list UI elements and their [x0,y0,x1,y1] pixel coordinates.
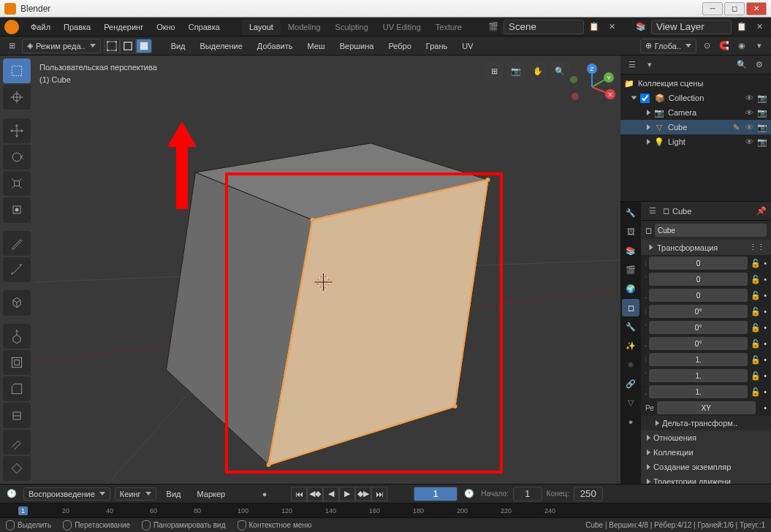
viewport-camera-icon[interactable]: 📷 [506,61,525,80]
scene-browse-icon[interactable]: 🎬 [486,20,501,34]
lock-icon[interactable]: 🔓 [751,307,761,316]
tool-knife[interactable] [3,430,31,455]
maximize-button[interactable]: ◻ [724,2,745,15]
scale-x-input[interactable] [649,353,748,366]
tab-layout[interactable]: Layout [242,19,281,35]
menu-file[interactable]: Файл [25,20,56,34]
tool-polybuild[interactable] [3,456,31,481]
tab-physics[interactable]: ⚛ [622,356,639,373]
location-z-input[interactable] [649,289,748,302]
tab-render[interactable]: 🔧 [622,204,639,221]
panel-relations[interactable]: Отношения [641,430,771,445]
rotation-z-input[interactable] [649,337,748,350]
blender-icon[interactable] [4,20,19,34]
autokey-icon[interactable]: ● [257,487,272,501]
tab-modeling[interactable]: Modeling [281,19,328,35]
mode-dropdown[interactable]: ◈ Режим реда.. [22,39,101,53]
tree-scene-collection[interactable]: 📁 Коллекция сцены [620,76,771,91]
menu-edit[interactable]: Правка [58,20,96,34]
viewport-pan-icon[interactable]: ✋ [528,61,547,80]
menu-uv[interactable]: UV [456,39,479,53]
menu-render[interactable]: Рендеринг [98,20,149,34]
navigation-gizmo[interactable]: X Y Z [566,61,618,113]
close-button[interactable]: ✕ [746,2,767,15]
tool-add-cube[interactable] [3,290,31,315]
hide-icon[interactable]: 👁 [743,107,755,118]
tab-texture[interactable]: Texture [428,19,469,35]
viewport-zoom-icon[interactable]: 🔍 [550,61,569,80]
timeline-view-menu[interactable]: Вид [161,487,187,501]
tool-measure[interactable] [3,257,31,282]
lock-icon[interactable]: 🔓 [751,339,761,349]
tab-sculpting[interactable]: Sculpting [328,19,376,35]
scene-new-icon[interactable]: 📋 [587,20,601,34]
tool-loopcut[interactable] [3,403,31,428]
tool-move[interactable] [3,118,31,143]
lock-icon[interactable]: 🔓 [751,355,761,365]
tab-particles[interactable]: ✨ [622,337,639,354]
tab-data[interactable]: ▽ [622,394,639,411]
disable-icon[interactable]: 📷 [756,107,768,118]
menu-face[interactable]: Грань [420,39,453,53]
hide-icon[interactable]: 👁 [743,121,755,133]
rotation-mode-input[interactable] [657,401,756,414]
pivot-icon[interactable]: ⊙ [699,39,714,53]
menu-help[interactable]: Справка [183,20,226,34]
lock-icon[interactable]: 🔓 [751,275,761,284]
lock-icon[interactable]: 🔓 [751,387,761,397]
panel-delta[interactable]: Дельта-трансформ.. [641,416,771,430]
menu-add[interactable]: Добавить [251,39,299,53]
lock-icon[interactable]: 🔓 [751,291,761,300]
lock-icon[interactable]: 🔓 [751,323,761,332]
tool-transform[interactable] [3,197,31,222]
timeline-ruler[interactable]: 1 0 20 40 60 80 100 120 140 160 180 200 … [0,503,771,517]
scale-y-input[interactable] [649,369,748,382]
tab-constraints[interactable]: 🔗 [622,375,639,392]
menu-vertex[interactable]: Вершина [334,39,380,53]
end-frame-input[interactable] [574,487,603,501]
snap-icon[interactable]: 🧲 [717,39,732,53]
disable-icon[interactable]: 📷 [756,92,768,104]
menu-window[interactable]: Окно [151,20,181,34]
scale-z-input[interactable] [649,385,748,398]
editor-type-icon[interactable]: ☰ [645,204,660,218]
proportional-icon[interactable]: ◉ [734,39,749,53]
3d-viewport[interactable]: Пользовательская перспектива (1) Cube ⊞ … [34,56,620,484]
disclosure-icon[interactable] [631,96,637,100]
location-x-input[interactable] [649,256,748,270]
viewlayer-name-input[interactable] [651,20,732,34]
disclosure-icon[interactable] [647,139,650,145]
lock-icon[interactable]: 🔓 [751,259,761,268]
tree-item-cube[interactable]: ▽ Cube ✎ 👁 📷 [620,120,771,134]
menu-edge[interactable]: Ребро [382,39,417,53]
disable-icon[interactable]: 📷 [756,136,768,148]
menu-view[interactable]: Вид [165,39,191,53]
disclosure-icon[interactable] [647,110,650,115]
scene-delete-icon[interactable]: ✕ [604,20,619,34]
current-frame-input[interactable] [414,487,457,501]
location-y-input[interactable] [649,273,748,286]
tab-material[interactable]: ● [622,413,639,430]
tool-cursor[interactable] [3,85,31,110]
tab-viewlayer[interactable]: 📚 [622,242,639,259]
filter-icon[interactable]: ⚙ [752,58,767,72]
orientation-dropdown[interactable]: ⊕ Глоба.. [640,39,696,53]
disable-icon[interactable]: 📷 [756,121,768,133]
keying-dropdown[interactable]: Кеинг [115,487,156,501]
edit-mode-icon[interactable]: ✎ [730,121,742,133]
tool-extrude[interactable] [3,324,31,349]
tab-scene[interactable]: 🎬 [622,261,639,278]
clock-icon[interactable]: 🕐 [462,487,476,501]
tree-item-light[interactable]: 💡 Light 👁 📷 [620,134,771,149]
keyframe-next-button[interactable]: ◆▶ [355,487,371,501]
playback-dropdown[interactable]: Воспроизведение [23,487,110,501]
tab-world[interactable]: 🌍 [622,280,639,297]
hide-icon[interactable]: 👁 [743,92,755,104]
collection-checkbox[interactable] [640,94,650,103]
menu-select[interactable]: Выделение [194,39,248,53]
panel-instancing[interactable]: Создание экземпляр [641,460,771,474]
jump-end-button[interactable]: ⏭ [371,487,387,501]
tool-select-box[interactable] [3,58,31,83]
scene-name-input[interactable] [504,20,584,34]
panel-collections[interactable]: Коллекции [641,445,771,460]
